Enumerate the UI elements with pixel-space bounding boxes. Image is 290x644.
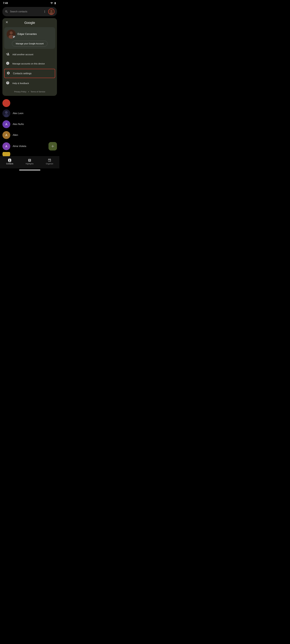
nav-organize[interactable]: Organize [43, 158, 56, 166]
alma-violeta-avatar: A [3, 142, 10, 150]
alex-nuno-name: Alex Nuño [13, 123, 24, 126]
search-icon [5, 10, 8, 13]
status-time: 7:43 [3, 2, 8, 4]
svg-point-8 [5, 111, 8, 114]
home-indicator [0, 168, 59, 172]
footer-separator [28, 92, 29, 92]
account-section: Edgar Cervantes Manage your Google Accou… [4, 27, 55, 49]
contact-item-alex-nuno[interactable]: A Alex Nuño [3, 119, 57, 130]
contact-item-allen[interactable]: A Allen [3, 130, 57, 140]
organize-nav-label: Organize [46, 163, 53, 165]
help-feedback-label: Help & feedback [12, 82, 29, 84]
more-vert-icon[interactable] [43, 10, 46, 13]
highlights-nav-icon [28, 158, 32, 162]
contacts-settings-item[interactable]: Contacts settings [4, 69, 55, 78]
nav-contacts[interactable]: Contacts [3, 158, 16, 166]
allen-name: Allen [13, 134, 18, 136]
add-account-item[interactable]: Add another account [3, 50, 57, 59]
search-placeholder: Search contacts [10, 10, 41, 13]
account-info: Edgar Cervantes [7, 30, 53, 39]
organize-nav-icon [48, 158, 51, 162]
alex-leon-avatar [3, 110, 10, 117]
account-avatar [7, 30, 16, 39]
manage-accounts-item[interactable]: Manage accounts on this device [3, 59, 57, 68]
help-icon [6, 81, 10, 86]
manage-account-button[interactable]: Manage your Google Account [12, 41, 47, 46]
svg-point-2 [50, 12, 53, 15]
partial-bottom-contact [3, 152, 57, 156]
camera-badge [12, 35, 16, 39]
terms-of-service-link[interactable]: Terms of Service [31, 90, 45, 93]
bottom-nav: Contacts Highlights Organize [0, 156, 59, 168]
contacts-list: Alex Leon A Alex Nuño A Allen A Alma Vio… [0, 108, 59, 156]
battery-charging-icon [54, 2, 56, 4]
status-bar: 7:43 [0, 0, 59, 6]
home-bar [19, 170, 40, 170]
partial-contact-row [0, 98, 59, 108]
add-contact-fab[interactable] [49, 142, 57, 150]
person-add-icon [6, 52, 10, 56]
contacts-nav-icon [8, 158, 12, 162]
menu-footer: Privacy Policy Terms of Service [3, 89, 57, 96]
partial-bottom-avatar [3, 152, 10, 156]
menu-items: Add another account Manage accounts on t… [3, 49, 57, 89]
google-menu: ✕ Google Edgar Cervantes Manage you [3, 18, 57, 96]
manage-accounts-label: Manage accounts on this device [12, 62, 45, 65]
close-button[interactable]: ✕ [6, 20, 8, 24]
partial-contact-avatar [3, 99, 10, 107]
help-feedback-item[interactable]: Help & feedback [3, 79, 57, 88]
svg-point-1 [51, 10, 52, 12]
privacy-policy-link[interactable]: Privacy Policy [14, 90, 27, 93]
alex-leon-name: Alex Leon [13, 112, 24, 115]
menu-header: ✕ Google [3, 18, 57, 26]
manage-accounts-icon [6, 62, 10, 66]
svg-point-9 [4, 114, 9, 117]
account-name: Edgar Cervantes [18, 32, 37, 36]
status-icons [50, 2, 56, 4]
add-account-label: Add another account [12, 53, 33, 56]
alma-violeta-name: Alma Violeta [13, 145, 26, 148]
svg-point-4 [10, 32, 13, 34]
nav-highlights[interactable]: Highlights [23, 158, 37, 166]
highlights-nav-label: Highlights [26, 163, 34, 165]
contacts-nav-label: Contacts [6, 163, 13, 165]
profile-avatar[interactable] [48, 8, 55, 15]
contact-item-alma-violeta[interactable]: A Alma Violeta [3, 140, 57, 152]
alex-nuno-avatar: A [3, 120, 10, 128]
contacts-settings-label: Contacts settings [13, 72, 32, 75]
search-bar[interactable]: Search contacts [3, 7, 57, 16]
contact-item-alex-leon[interactable]: Alex Leon [3, 108, 57, 119]
menu-title: Google [24, 21, 35, 25]
settings-icon [6, 71, 10, 76]
allen-avatar: A [3, 131, 10, 139]
wifi-icon [50, 2, 53, 4]
